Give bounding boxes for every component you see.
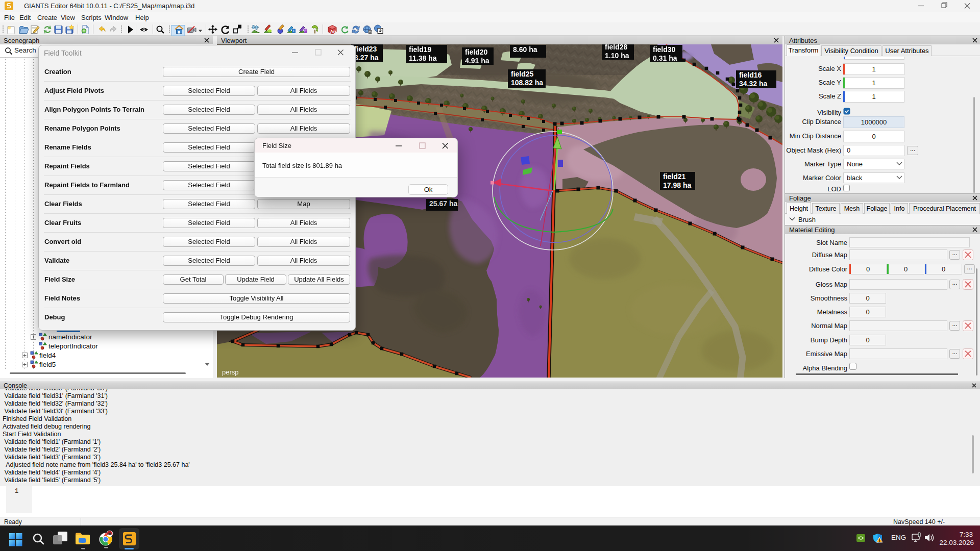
svg-text:ENG: ENG [891, 534, 906, 541]
svg-text:B: B [333, 30, 336, 34]
svg-text:7:33: 7:33 [960, 531, 973, 538]
svg-text:F: F [304, 29, 307, 33]
svg-text:i: i [293, 29, 295, 33]
svg-text:22.03.2026: 22.03.2026 [939, 539, 974, 546]
